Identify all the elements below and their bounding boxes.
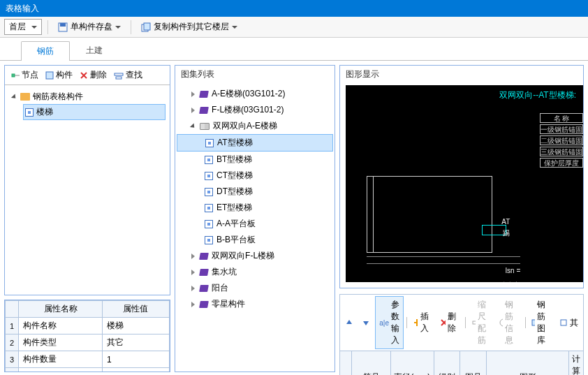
delete-icon <box>440 318 446 327</box>
display-title: 图形显示 <box>340 66 583 83</box>
svg-rect-9 <box>115 73 123 75</box>
rebar-lib-button[interactable]: 钢筋图库 <box>528 297 554 348</box>
svg-rect-3 <box>144 23 150 30</box>
atlas-group[interactable]: 双网双向F-L楼梯 <box>177 248 333 264</box>
atlas-group[interactable]: 双网双向A-E楼梯 <box>177 118 333 134</box>
save-single-button[interactable]: 单构件存盘 <box>54 19 125 35</box>
tab-civil[interactable]: 土建 <box>70 41 119 60</box>
tab-rebar[interactable]: 钢筋 <box>21 41 70 61</box>
book-open-icon <box>200 123 210 130</box>
expander-closed-icon <box>191 253 195 259</box>
component-button[interactable]: 构件 <box>42 67 76 83</box>
grid-icon <box>205 172 213 180</box>
find-icon <box>114 71 124 80</box>
arrow-up-button[interactable] <box>341 316 357 329</box>
svg-rect-10 <box>116 77 122 79</box>
atlas-group[interactable]: 阳台 <box>177 280 333 296</box>
insert-button[interactable]: 插入 <box>409 309 435 337</box>
other-button[interactable]: 其 <box>556 315 582 331</box>
atlas-item-at[interactable]: AT型楼梯 <box>177 134 333 152</box>
atlas-group[interactable]: A-E楼梯(03G101-2) <box>177 86 333 102</box>
book-icon <box>199 285 209 292</box>
svg-rect-4 <box>12 74 15 77</box>
book-icon <box>199 107 209 114</box>
col-drawing-no[interactable]: 图号 <box>460 351 487 376</box>
find-button[interactable]: 查找 <box>110 67 146 83</box>
svg-point-16 <box>500 319 503 326</box>
param-icon: a|e <box>379 319 389 327</box>
col-level[interactable]: 级别 <box>434 351 460 376</box>
node-icon <box>11 71 20 80</box>
copy-other-floor-button[interactable]: 复制构件到其它楼层 <box>137 19 242 35</box>
col-shape[interactable]: 图形 <box>487 351 569 376</box>
prop-row[interactable]: 1构件名称楼梯 <box>6 318 170 334</box>
floor-select[interactable]: 首层 <box>4 19 42 35</box>
grid-icon <box>205 139 214 147</box>
expander-closed-icon <box>191 108 195 113</box>
prop-row[interactable]: 2构件类型其它 <box>6 334 170 351</box>
atlas-item[interactable]: DT型楼梯 <box>177 184 333 200</box>
chevron-down-icon <box>31 26 37 29</box>
chevron-down-icon <box>232 26 237 29</box>
grid-icon <box>25 108 34 117</box>
book-icon <box>199 301 209 308</box>
delete-row-button[interactable]: 删除 <box>436 309 462 337</box>
tree-root[interactable]: 钢筋表格构件 <box>9 89 166 104</box>
arrow-down-button[interactable] <box>358 316 374 329</box>
tree-item-stair[interactable]: 楼梯 <box>23 104 166 120</box>
library-icon <box>531 318 535 327</box>
grid-icon <box>205 188 213 196</box>
prop-row[interactable]: 4预制类型现浇 <box>6 368 170 373</box>
expander-closed-icon <box>191 270 195 275</box>
scale-button[interactable]: 缩尺配筋 <box>469 297 495 348</box>
folder-icon <box>20 93 30 101</box>
atlas-tree: A-E楼梯(03G101-2) F-L楼梯(03G101-2) 双网双向A-E楼… <box>175 83 335 372</box>
more-icon <box>559 318 568 327</box>
atlas-item[interactable]: CT型楼梯 <box>177 168 333 184</box>
prop-header-name: 属性名称 <box>19 301 103 318</box>
cad-viewport[interactable]: 双网双向--AT型楼梯: 名 称 一级钢筋锚固 二级钢筋锚固 三级钢筋锚固 保护… <box>346 85 583 282</box>
book-icon <box>199 91 209 98</box>
expander-closed-icon <box>191 91 195 97</box>
arrow-down-icon <box>362 318 370 327</box>
svg-rect-15 <box>473 321 476 324</box>
atlas-group[interactable]: F-L楼梯(03G101-2) <box>177 102 333 118</box>
atlas-item[interactable]: B-B平台板 <box>177 232 333 248</box>
title-bar: 表格输入 <box>0 0 588 17</box>
expander-open-icon <box>189 123 196 129</box>
property-panel: 属性名称属性值 1构件名称楼梯 2构件类型其它 3构件数量1 4预制类型现浇 <box>4 300 170 372</box>
svg-rect-6 <box>46 72 53 79</box>
expander-closed-icon <box>191 286 195 291</box>
window-title: 表格输入 <box>6 3 39 13</box>
cad-param-table: 名 称 一级钢筋锚固 二级钢筋锚固 三级钢筋锚固 保护层厚度 <box>540 113 583 168</box>
ruler-icon <box>472 318 476 327</box>
prop-header-value: 属性值 <box>102 301 169 318</box>
info-icon <box>499 318 503 327</box>
save-icon <box>58 22 68 32</box>
atlas-item[interactable]: A-A平台板 <box>177 216 333 232</box>
bottom-toolbar: a|e参数输入 插入 删除 缩尺配筋 钢筋信息 钢筋图库 其 <box>339 294 584 351</box>
delete-icon <box>80 71 88 80</box>
node-button[interactable]: 节点 <box>8 67 42 83</box>
atlas-item[interactable]: BT型楼梯 <box>177 152 333 168</box>
cad-drawing: AT 踢 lsn = 踏步宽 楼 <box>367 176 506 282</box>
atlas-title: 图集列表 <box>175 66 335 83</box>
cad-title: 双网双向--AT型楼梯: <box>346 85 583 105</box>
param-input-button[interactable]: a|e参数输入 <box>375 296 404 349</box>
delete-button[interactable]: 删除 <box>76 67 110 83</box>
prop-row[interactable]: 3构件数量1 <box>6 351 170 368</box>
component-icon <box>45 71 54 80</box>
svg-rect-1 <box>60 23 66 27</box>
atlas-item[interactable]: ET型楼梯 <box>177 200 333 216</box>
copy-icon <box>141 22 151 32</box>
col-rebar-no[interactable]: 筋号 <box>352 351 391 376</box>
component-tree: 钢筋表格构件 楼梯 <box>5 85 170 124</box>
arrow-up-icon <box>345 318 353 327</box>
col-formula[interactable]: 计算公式 <box>569 351 584 376</box>
col-diameter[interactable]: 直径(mm) <box>390 351 434 376</box>
atlas-group[interactable]: 集水坑 <box>177 264 333 280</box>
rebar-info-button[interactable]: 钢筋信息 <box>496 297 522 348</box>
display-panel: 图形显示 双网双向--AT型楼梯: 名 称 一级钢筋锚固 二级钢筋锚固 三级钢筋… <box>339 65 584 288</box>
grid-icon <box>205 204 213 212</box>
atlas-group[interactable]: 零星构件 <box>177 296 333 312</box>
